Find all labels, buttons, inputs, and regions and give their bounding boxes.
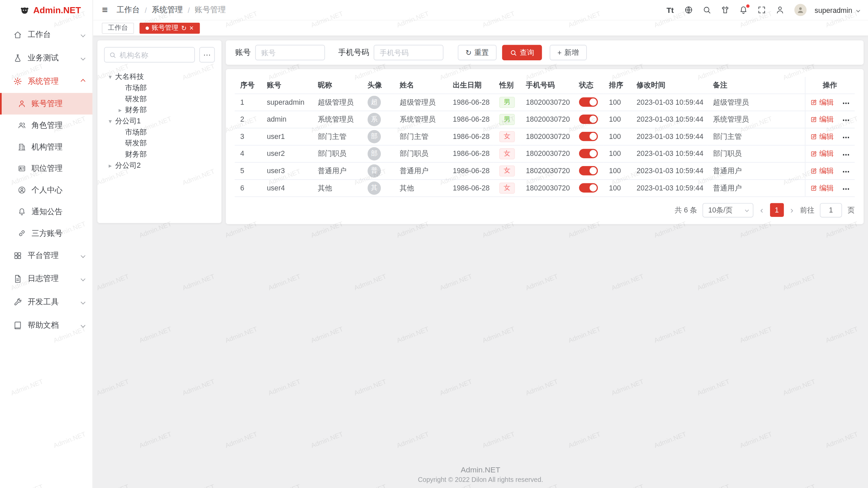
- row-more-button[interactable]: ⋯: [842, 167, 849, 176]
- app-name: Admin.NET: [33, 5, 81, 15]
- sidebar-item-dev-tools[interactable]: 开发工具: [0, 290, 93, 314]
- sidebar-item-system[interactable]: 系统管理: [0, 70, 93, 93]
- breadcrumb-item[interactable]: 工作台: [117, 5, 140, 15]
- edit-button[interactable]: 编辑: [810, 166, 834, 176]
- tree-node[interactable]: ▾ 分公司1: [104, 116, 215, 127]
- chevron-up-icon: [81, 79, 85, 84]
- reset-button[interactable]: ↻ 重置: [458, 45, 496, 60]
- hamburger-icon[interactable]: ≡: [102, 5, 107, 15]
- table-cell: 普: [362, 162, 394, 179]
- theme-icon[interactable]: [720, 5, 730, 15]
- sidebar-item-workbench[interactable]: 工作台: [0, 23, 93, 47]
- tree-node[interactable]: 市场部: [104, 127, 215, 138]
- caret-right-icon[interactable]: ▸: [106, 162, 114, 169]
- tree-node[interactable]: 财务部: [104, 149, 215, 160]
- tree-node[interactable]: 研发部: [104, 94, 215, 105]
- breadcrumb-item[interactable]: 系统管理: [152, 5, 183, 15]
- notification-icon[interactable]: [738, 5, 748, 15]
- caret-down-icon[interactable]: ▾: [106, 73, 114, 80]
- table-row: 4 user2 部门职员 部 部门职员 1986-06-28 女 1802003…: [235, 145, 855, 162]
- table-cell: 1986-06-28: [447, 94, 494, 111]
- username[interactable]: superadmin: [815, 6, 852, 14]
- status-toggle[interactable]: [579, 132, 598, 141]
- avatar[interactable]: [794, 4, 806, 16]
- table-row: 6 user4 其他 其 其他 1986-06-28 女 18020030720…: [235, 179, 855, 197]
- edit-button[interactable]: 编辑: [810, 131, 834, 141]
- chevron-down-icon: [745, 208, 748, 211]
- account-filter-input[interactable]: [255, 45, 325, 60]
- font-size-icon[interactable]: Tt: [665, 5, 675, 15]
- row-more-button[interactable]: ⋯: [842, 133, 849, 141]
- row-more-button[interactable]: ⋯: [842, 184, 849, 192]
- add-button[interactable]: + 新增: [550, 45, 587, 60]
- table-row: 2 admin 系统管理员 系 系统管理员 1986-06-28 男 18020…: [235, 111, 855, 128]
- prev-page-button[interactable]: ‹: [759, 206, 764, 215]
- tree-node[interactable]: 市场部: [104, 82, 215, 94]
- table-cell: 2023-01-03 10:59:44: [631, 179, 707, 197]
- row-more-button[interactable]: ⋯: [842, 150, 849, 158]
- tree-node[interactable]: ▸ 分公司2: [104, 160, 215, 171]
- phone-filter-input[interactable]: [374, 45, 443, 60]
- status-toggle[interactable]: [579, 166, 598, 176]
- search-icon: [510, 49, 517, 56]
- page-size-select[interactable]: 10条/页: [703, 203, 753, 217]
- sidebar-item-help-docs[interactable]: 帮助文档: [0, 314, 93, 337]
- table-cell: 100: [604, 162, 631, 179]
- status-toggle[interactable]: [579, 97, 598, 107]
- status-toggle[interactable]: [579, 183, 598, 192]
- tree-node[interactable]: 研发部: [104, 138, 215, 149]
- user-settings-icon[interactable]: [775, 5, 785, 15]
- table-cell: 5: [235, 162, 261, 179]
- edit-button[interactable]: 编辑: [810, 183, 834, 193]
- page-number-current[interactable]: 1: [770, 203, 784, 217]
- table-cell: user3: [261, 162, 312, 179]
- next-page-button[interactable]: ›: [789, 206, 794, 215]
- sidebar-item-account-mgmt[interactable]: 账号管理: [0, 93, 93, 115]
- sidebar-item-position-mgmt[interactable]: 职位管理: [0, 158, 93, 179]
- tab-workbench[interactable]: 工作台: [102, 22, 134, 34]
- tab-account-mgmt[interactable]: 账号管理 ↻ ×: [139, 22, 199, 34]
- fullscreen-icon[interactable]: [756, 5, 766, 15]
- logo[interactable]: Admin.NET: [0, 0, 93, 20]
- sidebar-item-personal-center[interactable]: 个人中心: [0, 179, 93, 201]
- query-button[interactable]: 查询: [502, 45, 542, 60]
- avatar: 部: [368, 147, 381, 160]
- table-cell: 超: [362, 94, 394, 111]
- edit-button[interactable]: 编辑: [810, 114, 834, 124]
- table-cell-actions: 编辑 ⋯: [805, 94, 855, 111]
- caret-right-icon[interactable]: ▸: [116, 106, 124, 114]
- sidebar-item-logs[interactable]: 日志管理: [0, 267, 93, 291]
- footer-copyright: Copyright © 2022 Dilon All rights reserv…: [93, 475, 868, 485]
- column-header: 操作: [805, 77, 855, 94]
- sidebar-item-org-mgmt[interactable]: 机构管理: [0, 136, 93, 158]
- row-more-button[interactable]: ⋯: [842, 116, 849, 124]
- search-icon: [109, 51, 116, 58]
- tab-close-icon[interactable]: ×: [189, 24, 193, 32]
- search-icon[interactable]: [702, 5, 711, 15]
- sidebar-item-role-mgmt[interactable]: 角色管理: [0, 115, 93, 136]
- sidebar-item-third-party-account[interactable]: 三方账号: [0, 222, 93, 244]
- table-cell: 女: [494, 162, 520, 179]
- file-text-icon: [13, 274, 22, 283]
- tree-node[interactable]: ▾ 大名科技: [104, 72, 215, 83]
- status-toggle[interactable]: [579, 115, 598, 124]
- globe-icon[interactable]: [684, 5, 693, 15]
- row-more-button[interactable]: ⋯: [842, 99, 849, 107]
- sidebar-item-notice[interactable]: 通知公告: [0, 201, 93, 223]
- pencil-icon: [810, 133, 817, 140]
- tab-refresh-icon[interactable]: ↻: [181, 25, 186, 32]
- org-search-input[interactable]: [120, 50, 190, 59]
- footer-app-name: Admin.NET: [93, 465, 868, 474]
- table-cell: 6: [235, 179, 261, 197]
- tree-more-button[interactable]: ⋯: [199, 47, 215, 63]
- tree-node[interactable]: ▸ 财务部: [104, 105, 215, 116]
- sidebar-item-business-test[interactable]: 业务测试: [0, 46, 93, 70]
- table-cell: 18020030720: [520, 128, 574, 145]
- caret-down-icon[interactable]: ▾: [106, 118, 114, 125]
- goto-page-input[interactable]: [820, 203, 842, 217]
- edit-button[interactable]: 编辑: [810, 97, 834, 107]
- sidebar-item-platform[interactable]: 平台管理: [0, 244, 93, 267]
- book-icon: [13, 321, 22, 330]
- edit-button[interactable]: 编辑: [810, 148, 834, 158]
- status-toggle[interactable]: [579, 149, 598, 158]
